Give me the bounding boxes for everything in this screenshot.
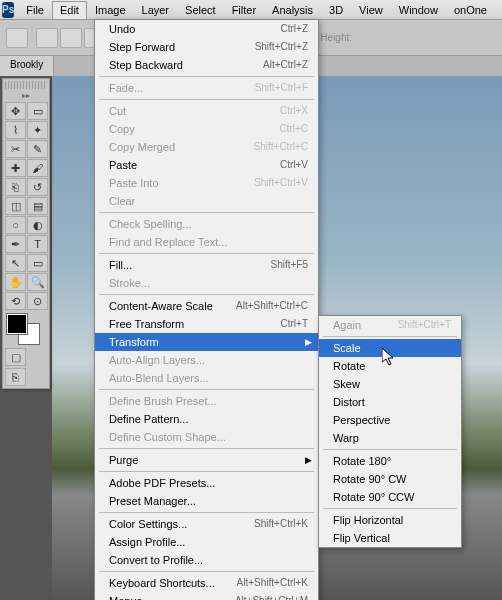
edit-define-custom-shape-: Define Custom Shape... [95,428,318,446]
blur-tool-icon[interactable]: ○ [5,216,26,234]
menu-3d[interactable]: 3D [321,1,351,19]
color-swatches[interactable] [5,314,47,346]
menu-label: Rotate 90° CW [333,473,406,485]
edit-transform[interactable]: Transform▶ [95,333,318,351]
shortcut-label: Alt+Shift+Ctrl+M [235,595,308,600]
menu-label: Auto-Blend Layers... [109,372,209,384]
magic-wand-tool-icon[interactable]: ✦ [27,121,48,139]
history-brush-tool-icon[interactable]: ↺ [27,178,48,196]
menu-file[interactable]: File [18,1,52,19]
edit-menus-[interactable]: Menus...Alt+Shift+Ctrl+M [95,592,318,600]
screenmode-icon[interactable]: ⎘ [5,368,26,386]
edit-free-transform[interactable]: Free TransformCtrl+T [95,315,318,333]
edit-convert-to-profile-[interactable]: Convert to Profile... [95,551,318,569]
menu-label: Check Spelling... [109,218,192,230]
menu-image[interactable]: Image [87,1,134,19]
edit-define-pattern-[interactable]: Define Pattern... [95,410,318,428]
menu-onone[interactable]: onOne [446,1,495,19]
separator [99,571,314,572]
menu-label: Fill... [109,259,132,271]
transform-flip-horizontal[interactable]: Flip Horizontal [319,511,461,529]
edit-adobe-pdf-presets-[interactable]: Adobe PDF Presets... [95,474,318,492]
menu-help[interactable]: Help [495,1,502,19]
menu-select[interactable]: Select [177,1,224,19]
dodge-tool-icon[interactable]: ◐ [27,216,48,234]
separator [99,253,314,254]
move-tool-icon[interactable]: ✥ [5,102,26,120]
stamp-tool-icon[interactable]: ⎗ [5,178,26,196]
3d-rotate-tool-icon[interactable]: ⟲ [5,292,26,310]
option-icon[interactable] [36,28,58,48]
menu-label: Define Custom Shape... [109,431,226,443]
crop-tool-icon[interactable]: ✂ [5,140,26,158]
panel-grip[interactable] [5,81,47,89]
gradient-tool-icon[interactable]: ▤ [27,197,48,215]
edit-copy: CopyCtrl+C [95,120,318,138]
edit-step-backward[interactable]: Step BackwardAlt+Ctrl+Z [95,56,318,74]
menu-layer[interactable]: Layer [134,1,178,19]
edit-content-aware-scale[interactable]: Content-Aware ScaleAlt+Shift+Ctrl+C [95,297,318,315]
edit-step-forward[interactable]: Step ForwardShift+Ctrl+Z [95,38,318,56]
menu-label: Paste [109,159,137,171]
separator [99,76,314,77]
menu-label: Copy [109,123,135,135]
3d-orbit-tool-icon[interactable]: ⊙ [27,292,48,310]
eyedropper-tool-icon[interactable]: ✎ [27,140,48,158]
document-tab[interactable]: Brookly [0,56,54,76]
transform-skew[interactable]: Skew [319,375,461,393]
edit-paste[interactable]: PasteCtrl+V [95,156,318,174]
separator [99,212,314,213]
edit-fill-[interactable]: Fill...Shift+F5 [95,256,318,274]
path-select-tool-icon[interactable]: ↖ [5,254,26,272]
edit-assign-profile-[interactable]: Assign Profile... [95,533,318,551]
menu-window[interactable]: Window [391,1,446,19]
transform-perspective[interactable]: Perspective [319,411,461,429]
current-tool-icon[interactable] [6,28,28,48]
pen-tool-icon[interactable]: ✒ [5,235,26,253]
menu-edit[interactable]: Edit [52,1,87,19]
shortcut-label: Alt+Shift+Ctrl+C [236,300,308,312]
menu-view[interactable]: View [351,1,391,19]
marquee-tool-icon[interactable]: ▭ [27,102,48,120]
edit-color-settings-[interactable]: Color Settings...Shift+Ctrl+K [95,515,318,533]
quickmask-icon[interactable]: ▢ [5,348,26,366]
healing-tool-icon[interactable]: ✚ [5,159,26,177]
transform-rotate-180-[interactable]: Rotate 180° [319,452,461,470]
edit-fade-: Fade...Shift+Ctrl+F [95,79,318,97]
edit-cut: CutCtrl+X [95,102,318,120]
transform-rotate-90-cw[interactable]: Rotate 90° CW [319,470,461,488]
menu-label: Step Forward [109,41,175,53]
menu-label: Undo [109,23,135,35]
transform-scale[interactable]: Scale [319,339,461,357]
edit-preset-manager-[interactable]: Preset Manager... [95,492,318,510]
menu-label: Clear [109,195,135,207]
collapse-arrow-icon[interactable]: ▸▸ [5,91,47,100]
transform-rotate[interactable]: Rotate [319,357,461,375]
transform-distort[interactable]: Distort [319,393,461,411]
eraser-tool-icon[interactable]: ◫ [5,197,26,215]
edit-keyboard-shortcuts-[interactable]: Keyboard Shortcuts...Alt+Shift+Ctrl+K [95,574,318,592]
foreground-swatch[interactable] [7,314,27,334]
brush-tool-icon[interactable]: 🖌 [27,159,48,177]
rectangle-tool-icon[interactable]: ▭ [27,254,48,272]
separator [323,449,457,450]
edit-undo[interactable]: UndoCtrl+Z [95,20,318,38]
type-tool-icon[interactable]: T [27,235,48,253]
shortcut-label: Shift+Ctrl+T [398,319,451,331]
shortcut-label: Ctrl+C [279,123,308,135]
zoom-tool-icon[interactable]: 🔍 [27,273,48,291]
shortcut-label: Ctrl+X [280,105,308,117]
shortcut-label: Ctrl+V [280,159,308,171]
menu-label: Perspective [333,414,390,426]
transform-warp[interactable]: Warp [319,429,461,447]
option-icon[interactable] [60,28,82,48]
hand-tool-icon[interactable]: ✋ [5,273,26,291]
edit-purge[interactable]: Purge▶ [95,451,318,469]
transform-flip-vertical[interactable]: Flip Vertical [319,529,461,547]
transform-rotate-90-ccw[interactable]: Rotate 90° CCW [319,488,461,506]
menu-analysis[interactable]: Analysis [264,1,321,19]
menu-label: Assign Profile... [109,536,185,548]
lasso-tool-icon[interactable]: ⌇ [5,121,26,139]
menu-label: Stroke... [109,277,150,289]
menu-filter[interactable]: Filter [224,1,264,19]
